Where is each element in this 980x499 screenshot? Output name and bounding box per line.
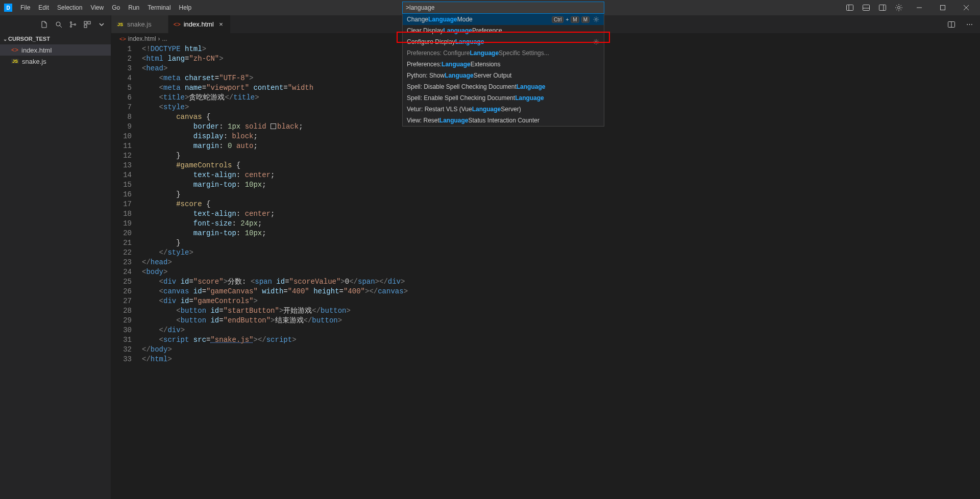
window-maximize-button[interactable] (931, 0, 954, 15)
explorer-sidebar: ⌄ CURSOR_TEST <>index.htmlJSsnake.js (0, 15, 111, 499)
editor-area: JSsnake.js×<>index.html× ⋯ <> index.html… (111, 15, 980, 499)
command-palette-input[interactable]: >language (402, 2, 604, 14)
breadcrumb-ellipsis: ... (162, 35, 167, 42)
menu-item-help[interactable]: Help (175, 0, 196, 15)
chevron-down-icon[interactable] (97, 20, 106, 29)
line-numbers: 1234567891011121314151617181920212223242… (111, 44, 142, 499)
command-palette-list: Change Language ModeCtrl+MMClear Display… (402, 14, 604, 127)
split-editor-icon[interactable] (947, 20, 959, 29)
command-palette-item[interactable]: Spell: Enable Spell Checking Document La… (403, 92, 604, 104)
command-label: Spell: Enable Spell Checking Document La… (407, 94, 544, 102)
chevron-down-icon: ⌄ (3, 36, 7, 42)
file-name: index.html (21, 46, 52, 54)
command-label: Change Language Mode (407, 16, 473, 23)
svg-point-6 (898, 7, 900, 9)
breadcrumb-separator: › (158, 35, 160, 42)
file-tree-item[interactable]: JSsnake.js (0, 56, 111, 67)
gear-icon[interactable] (593, 16, 600, 23)
command-palette-item[interactable]: View: Reset Language Status Interaction … (403, 115, 604, 126)
js-file-icon: JS (11, 59, 19, 64)
menu-item-run[interactable]: Run (124, 0, 143, 15)
window-minimize-button[interactable] (908, 0, 931, 15)
layout-sidebar-right-icon[interactable] (875, 0, 890, 15)
command-label: Configure Display Language (407, 38, 484, 45)
editor-tab[interactable]: <>index.html× (168, 15, 231, 33)
app-icon: D (4, 4, 12, 12)
new-file-icon[interactable] (40, 20, 48, 29)
command-label: Vetur: Restart VLS (Vue Language Server) (407, 106, 521, 113)
command-palette: >language Change Language ModeCtrl+MMCle… (402, 2, 604, 127)
settings-gear-icon[interactable] (891, 0, 906, 15)
command-palette-item[interactable]: Configure Display Language (403, 36, 604, 47)
svg-rect-18 (84, 25, 87, 28)
menu-item-edit[interactable]: Edit (34, 0, 53, 15)
svg-rect-0 (847, 5, 853, 11)
command-label: Preferences: Language Extensions (407, 61, 500, 68)
tab-label: index.html (184, 20, 214, 28)
source-control-icon[interactable] (69, 20, 77, 29)
svg-rect-4 (879, 5, 886, 11)
menu-item-view[interactable]: View (86, 0, 108, 15)
tab-close-icon[interactable]: × (217, 20, 225, 29)
svg-rect-17 (88, 21, 90, 24)
menu-item-terminal[interactable]: Terminal (143, 0, 175, 15)
svg-point-22 (595, 41, 597, 43)
editor-tab[interactable]: JSsnake.js× (111, 15, 168, 33)
html-file-icon: <> (11, 46, 18, 54)
folder-name: CURSOR_TEST (8, 36, 50, 42)
svg-rect-8 (941, 6, 945, 10)
svg-rect-16 (84, 21, 87, 24)
layout-panel-icon[interactable] (859, 0, 874, 15)
menu-item-selection[interactable]: Selection (53, 0, 86, 15)
command-label: Python: Show Language Server Output (407, 72, 511, 79)
command-palette-item[interactable]: Spell: Disable Spell Checking Document L… (403, 81, 604, 92)
svg-point-21 (595, 18, 597, 20)
command-palette-item[interactable]: Change Language ModeCtrl+MM (403, 14, 604, 25)
breadcrumb-file: index.html (128, 35, 156, 42)
menu-bar: FileEditSelectionViewGoRunTerminalHelp (16, 0, 195, 15)
more-actions-icon[interactable]: ⋯ (964, 20, 975, 29)
command-palette-item[interactable]: Python: Show Language Server Output (403, 70, 604, 81)
command-label: Preferences: Configure Language Specific… (407, 49, 549, 57)
svg-point-14 (70, 26, 72, 27)
window-close-button[interactable] (954, 0, 978, 15)
command-palette-item[interactable]: Clear Display Language Preference (403, 25, 604, 36)
svg-line-12 (60, 26, 62, 28)
command-palette-item[interactable]: Preferences: Language Extensions (403, 59, 604, 70)
menu-item-file[interactable]: File (16, 0, 34, 15)
svg-rect-2 (863, 5, 870, 11)
svg-point-15 (75, 23, 76, 25)
folder-header[interactable]: ⌄ CURSOR_TEST (0, 33, 111, 44)
menu-item-go[interactable]: Go (108, 0, 124, 15)
tab-label: snake.js (127, 20, 152, 28)
layout-sidebar-left-icon[interactable] (842, 0, 857, 15)
js-file-icon: JS (116, 22, 124, 27)
command-label: Spell: Disable Spell Checking Document L… (407, 83, 545, 90)
command-label: View: Reset Language Status Interaction … (407, 117, 540, 124)
file-name: snake.js (22, 58, 46, 65)
html-file-icon: <> (119, 36, 126, 42)
extensions-icon[interactable] (83, 20, 91, 29)
search-icon[interactable] (55, 20, 63, 29)
keyboard-shortcut: Ctrl+MM (552, 16, 590, 23)
html-file-icon: <> (174, 21, 181, 28)
file-tree-item[interactable]: <>index.html (0, 44, 111, 56)
svg-point-11 (56, 22, 60, 26)
gear-icon[interactable] (593, 38, 600, 45)
command-label: Clear Display Language Preference (407, 27, 502, 34)
svg-point-13 (70, 21, 72, 23)
command-palette-item[interactable]: Preferences: Configure Language Specific… (403, 47, 604, 59)
command-palette-item[interactable]: Vetur: Restart VLS (Vue Language Server) (403, 104, 604, 115)
